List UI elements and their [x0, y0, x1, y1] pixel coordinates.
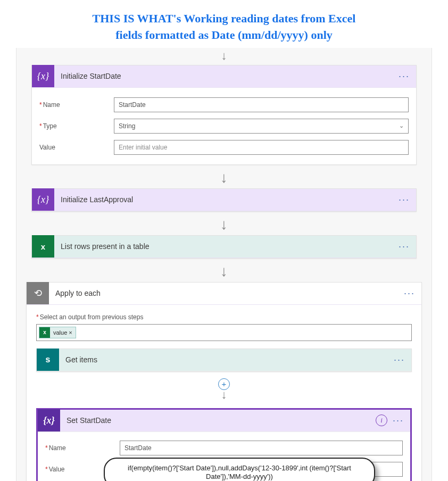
token-value[interactable]: x value × — [39, 327, 76, 338]
select-output-input[interactable]: x value × — [36, 324, 412, 341]
action-body: *Name StartDate *Type String ⌄ Value Ent… — [32, 88, 416, 164]
sharepoint-icon: s — [37, 349, 59, 371]
field-label-select-output: *Select an output from previous steps — [36, 313, 412, 321]
arrow-down-icon: ↓ — [220, 217, 228, 232]
variable-icon: {x} — [32, 65, 54, 87]
action-menu-icon[interactable]: ··· — [399, 194, 410, 205]
field-label-value: Value — [39, 144, 114, 151]
page-title: THIS IS WHAT's Working reading dates fro… — [16, 11, 432, 44]
name-input[interactable]: StartDate — [120, 441, 403, 455]
arrow-down-icon: ↓ — [221, 389, 227, 401]
action-menu-icon[interactable]: ··· — [399, 241, 410, 252]
variable-icon: {x} — [32, 188, 54, 211]
action-header[interactable]: ⟲ Apply to each ··· — [27, 283, 421, 305]
action-apply-to-each[interactable]: ⟲ Apply to each ··· *Select an output fr… — [26, 282, 422, 481]
arrow-down-icon: ↓ — [220, 264, 228, 279]
action-title: Initialize StartDate — [54, 72, 399, 80]
add-step-button[interactable]: + — [218, 378, 230, 390]
type-select[interactable]: String ⌄ — [114, 119, 409, 134]
excel-icon: x — [32, 235, 54, 258]
field-label-type: *Type — [39, 122, 114, 130]
field-label-name: *Name — [39, 101, 114, 109]
info-icon[interactable]: i — [376, 414, 387, 426]
action-menu-icon[interactable]: ··· — [399, 71, 410, 82]
action-get-items[interactable]: s Get items ··· — [36, 349, 412, 372]
action-title: List rows present in a table — [54, 242, 399, 251]
title-line-1: THIS IS WHAT's Working reading dates fro… — [93, 12, 356, 25]
excel-icon: x — [39, 327, 50, 338]
arrow-down-icon: ↓ — [221, 50, 227, 62]
name-input[interactable]: StartDate — [114, 97, 409, 112]
action-title: Initialize LastApproval — [54, 195, 399, 204]
action-set-startdate[interactable]: {x} Set StartDate i ··· *Name StartDate … — [36, 408, 412, 481]
field-label-name: *Name — [45, 444, 120, 452]
action-body: *Name StartDate *Value fx if(...) × if(e… — [38, 432, 410, 481]
action-header[interactable]: x List rows present in a table ··· — [32, 236, 416, 258]
expression-tooltip: if(empty(item()?['Start Date']),null,add… — [104, 458, 375, 481]
action-header[interactable]: {x} Initialize LastApproval ··· — [32, 189, 416, 211]
action-initialize-lastapproval[interactable]: {x} Initialize LastApproval ··· — [31, 188, 417, 212]
arrow-down-icon: ↓ — [220, 170, 228, 185]
loop-body: *Select an output from previous steps x … — [27, 305, 421, 481]
action-title: Set StartDate — [60, 416, 376, 425]
token-text: value × — [50, 329, 76, 336]
type-value: String — [119, 122, 135, 130]
action-menu-icon[interactable]: ··· — [393, 415, 404, 426]
action-header[interactable]: s Get items ··· — [37, 349, 411, 371]
action-initialize-startdate[interactable]: {x} Initialize StartDate ··· *Name Start… — [31, 65, 417, 165]
action-title: Get items — [59, 355, 394, 364]
title-line-2: fields formatted as Date (mm/dd/yyyy) on… — [115, 28, 333, 42]
action-title: Apply to each — [49, 289, 404, 297]
variable-icon: {x} — [38, 409, 60, 432]
action-header[interactable]: {x} Initialize StartDate ··· — [32, 65, 416, 88]
action-list-rows[interactable]: x List rows present in a table ··· — [31, 235, 417, 259]
action-header[interactable]: {x} Set StartDate i ··· — [38, 410, 410, 432]
action-menu-icon[interactable]: ··· — [404, 288, 415, 299]
chevron-down-icon: ⌄ — [399, 122, 404, 129]
action-menu-icon[interactable]: ··· — [394, 354, 405, 366]
flow-canvas: ↓ {x} Initialize StartDate ··· *Name Sta… — [16, 48, 432, 481]
value-input[interactable]: Enter initial value — [114, 140, 409, 155]
loop-icon: ⟲ — [27, 282, 49, 304]
